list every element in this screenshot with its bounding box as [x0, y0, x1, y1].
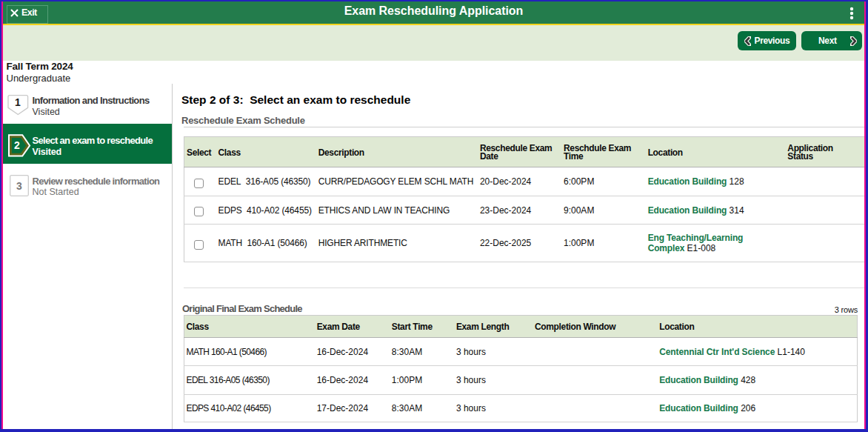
svg-text:3: 3 — [16, 180, 22, 192]
svg-text:2: 2 — [14, 139, 20, 151]
svg-text:1: 1 — [15, 96, 21, 108]
